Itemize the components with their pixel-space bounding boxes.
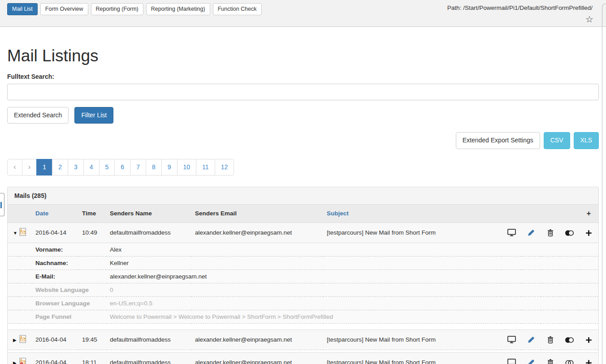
- preview-button[interactable]: [502, 330, 521, 350]
- edit-button[interactable]: [521, 330, 541, 350]
- mails-table: Date Time Senders Name Senders Email Sub…: [8, 205, 598, 364]
- mail-sender-email: alexander.kellner@einpraegsam.net: [191, 330, 323, 350]
- detail-label: Browser Language: [32, 296, 106, 310]
- header-caret-col: [8, 205, 19, 223]
- detail-label: Website Language: [32, 283, 106, 296]
- trash-icon: [547, 359, 554, 364]
- expand-caret[interactable]: ▶: [8, 352, 19, 364]
- mail-detail-row: Page FunnelWelcome to Powermail > Welcom…: [8, 310, 598, 323]
- expand-caret[interactable]: ▼: [8, 223, 19, 243]
- preview-button[interactable]: [502, 352, 521, 364]
- column-header-date[interactable]: Date: [32, 205, 78, 223]
- add-button[interactable]: [579, 352, 598, 364]
- mail-subject: [testparcours] New Mail from Short Form: [323, 223, 502, 243]
- fulltext-search-input[interactable]: [7, 84, 599, 100]
- column-header-senders-email: Senders Email: [191, 205, 323, 223]
- mail-sender-name: defaultmailfromaddess: [106, 330, 191, 350]
- pagination-page-1[interactable]: 1: [36, 159, 52, 176]
- pagination-page-12[interactable]: 12: [215, 159, 234, 176]
- extended-export-settings-button[interactable]: Extended Export Settings: [456, 132, 540, 149]
- pencil-icon: [528, 359, 535, 364]
- mail-sender-name: defaultmailfromaddess: [106, 223, 191, 243]
- filter-list-button[interactable]: Filter List: [74, 107, 113, 124]
- delete-button[interactable]: [541, 223, 560, 243]
- left-edge-tab-marker: [0, 202, 2, 208]
- detail-value: Welcome to Powermail > Welcome to Powerm…: [106, 310, 598, 323]
- delete-button[interactable]: [541, 330, 560, 350]
- column-header-time: Time: [78, 205, 106, 223]
- pagination-page-10[interactable]: 10: [177, 159, 197, 176]
- pagination-page-6[interactable]: 6: [114, 159, 130, 176]
- edit-button[interactable]: [521, 352, 541, 364]
- visibility-toggle-button[interactable]: [560, 352, 579, 364]
- trash-icon: [547, 336, 554, 343]
- caret-right-icon: ▶: [13, 360, 17, 364]
- detail-label: E-Mail:: [32, 270, 106, 283]
- detail-indent: [8, 256, 32, 270]
- main-content: Mail Listings Fulltext Search: Extended …: [7, 27, 599, 364]
- column-header-subject[interactable]: Subject: [323, 205, 502, 223]
- pagination-page-9[interactable]: 9: [161, 159, 177, 176]
- pagination-page-2[interactable]: 2: [52, 159, 68, 176]
- visibility-toggle-button[interactable]: [560, 330, 579, 350]
- mails-panel: Mails (285) Date Time Senders Name Sende…: [7, 187, 599, 364]
- csv-export-button[interactable]: CSV: [544, 132, 570, 149]
- pagination-prev-icon[interactable]: ‹: [7, 159, 22, 176]
- tab-reporting-marketing-[interactable]: Reporting (Marketing): [146, 3, 210, 15]
- mail-record-icon: [19, 352, 32, 364]
- mail-detail-row: Nachname:Kellner: [8, 256, 598, 270]
- module-tabs: Mail ListForm OverviewReporting (Form)Re…: [7, 3, 262, 15]
- mail-record-icon: [19, 330, 32, 350]
- edit-button[interactable]: [521, 223, 541, 243]
- pagination-page-7[interactable]: 7: [130, 159, 146, 176]
- fulltext-search-label: Fulltext Search:: [7, 73, 599, 80]
- left-edge-tab: [0, 193, 4, 216]
- detail-value: alexander.kellner@einpraegsam.net: [106, 270, 598, 283]
- detail-indent: [8, 243, 32, 256]
- add-column-header[interactable]: +: [579, 205, 598, 223]
- mail-detail-row: Vorname:Alex: [8, 243, 598, 256]
- mail-row: ▶2016-04-0418:11defaultmailfromaddessale…: [8, 352, 598, 364]
- detail-value: Kellner: [106, 256, 598, 270]
- caret-down-icon: ▼: [13, 231, 17, 236]
- visibility-toggle-button[interactable]: [560, 223, 579, 243]
- pagination-page-3[interactable]: 3: [68, 159, 84, 176]
- detail-value: 0: [106, 283, 598, 296]
- mails-table-body: ▼2016-04-1410:49defaultmailfromaddessale…: [8, 223, 598, 364]
- trash-icon: [547, 229, 554, 236]
- mail-row: ▼2016-04-1410:49defaultmailfromaddessale…: [8, 223, 598, 243]
- preview-button[interactable]: [502, 223, 521, 243]
- tab-function-check[interactable]: Function Check: [213, 3, 262, 15]
- mail-row: ▶2016-04-0419:45defaultmailfromaddessale…: [8, 330, 598, 350]
- star-bookmark-icon[interactable]: ☆: [585, 15, 593, 24]
- add-button[interactable]: [579, 223, 598, 243]
- xls-export-button[interactable]: XLS: [574, 132, 599, 149]
- pagination-page-11[interactable]: 11: [196, 159, 215, 176]
- tab-reporting-form-[interactable]: Reporting (Form): [91, 3, 143, 15]
- expand-caret[interactable]: ▶: [8, 330, 19, 350]
- tab-form-overview[interactable]: Form Overview: [40, 3, 88, 15]
- page-title: Mail Listings: [7, 47, 599, 66]
- plus-icon: [585, 336, 592, 343]
- search-actions: Extended Search Filter List: [7, 107, 599, 124]
- window-edge-divider: [602, 4, 606, 364]
- row-separator-cell: [8, 323, 598, 330]
- display-icon: [507, 336, 516, 343]
- extended-search-button[interactable]: Extended Search: [7, 107, 69, 124]
- pagination-page-8[interactable]: 8: [146, 159, 162, 176]
- detail-indent: [8, 296, 32, 310]
- pagination-next-icon[interactable]: ›: [22, 159, 37, 176]
- pagination-page-4[interactable]: 4: [83, 159, 100, 176]
- delete-button[interactable]: [541, 352, 560, 364]
- detail-label: Vorname:: [32, 243, 106, 256]
- add-button[interactable]: [579, 330, 598, 350]
- display-icon: [507, 359, 516, 364]
- plus-icon: [585, 229, 592, 236]
- column-header-senders-name: Senders Name: [106, 205, 191, 223]
- detail-label: Nachname:: [32, 256, 106, 270]
- detail-value: Alex: [106, 243, 598, 256]
- tab-mail-list[interactable]: Mail List: [7, 3, 38, 15]
- pagination-page-5[interactable]: 5: [99, 159, 115, 176]
- mail-date: 2016-04-14: [32, 223, 78, 243]
- mail-sender-name: defaultmailfromaddess: [106, 352, 191, 364]
